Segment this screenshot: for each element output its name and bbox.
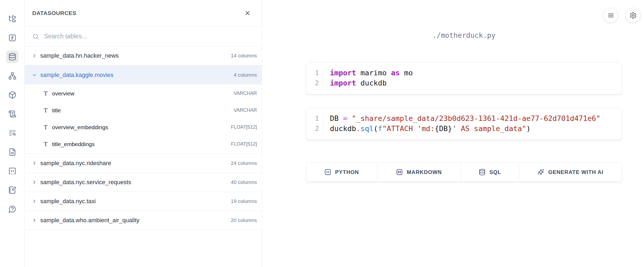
network-icon [8,72,16,80]
search-input[interactable] [44,33,254,40]
panel-title: DATASOURCES [32,10,77,16]
menu-icon [607,12,614,19]
table-row[interactable]: sample_data.who.ambient_air_quality 20 c… [25,211,262,230]
sidebar-item-datasources[interactable] [6,51,19,63]
table-name: sample_data.nyc.service_requests [40,179,231,186]
app: DATASOURCES sample_data.hn.hacker_news 1… [0,0,644,267]
notebook-pen-icon [8,186,16,194]
file-text-icon [8,148,16,156]
line-numbers: 12 [306,68,323,88]
code-square-icon [324,169,331,176]
datasources-panel: DATASOURCES sample_data.hn.hacker_news 1… [25,0,262,267]
table-columns-count: 24 columns [231,160,257,166]
notebook-area: ./motherduck.py 12 import marimo as moim… [262,0,644,267]
column-name: overview [52,90,234,97]
add-button-label: SQL [489,169,501,175]
sidebar-item-logs[interactable] [6,108,19,120]
table-name: sample_data.who.ambient_air_quality [40,217,231,224]
code-lines: DB = "_share/sample_data/23b0d623-1361-4… [323,113,615,134]
add-button-label: PYTHON [335,169,359,175]
column-name: overview_embeddings [52,124,231,131]
message-question-icon [8,205,16,213]
text-search-icon [8,129,16,137]
table-row-selected[interactable]: sample_data.kaggle.movies 4 columns [25,65,262,84]
column-type: VARCHAR [234,107,257,113]
square-dashed-code-icon [8,167,16,175]
column-row[interactable]: T title_embeddings FLOAT[512] [25,136,262,153]
sidebar-item-help[interactable] [6,203,19,215]
table-name: sample_data.hn.hacker_news [40,52,231,59]
notebook-filename: ./motherduck.py [306,30,622,41]
chevron-down-icon [32,72,37,78]
sidebar-item-snippets[interactable] [6,165,19,177]
table-columns-count: 4 columns [234,72,257,78]
database-icon [479,169,486,176]
chevron-right-icon [32,180,37,185]
line-numbers: 12 [306,113,323,134]
chevron-right-icon [32,218,37,223]
top-actions [603,8,641,23]
search-icon [32,33,39,40]
column-row[interactable]: T overview VARCHAR [25,85,262,102]
scroll-text-icon [8,110,16,118]
sidebar-item-variables[interactable] [6,32,19,44]
folder-tree-icon [8,15,16,23]
type-text-icon: T [42,90,49,97]
sidebar-item-scratchpad[interactable] [6,184,19,196]
sidebar-item-file-explorer[interactable] [6,13,19,25]
type-text-icon: T [42,124,49,131]
type-text-icon: T [42,141,49,147]
table-columns-count: 19 columns [231,198,257,204]
add-cell-toolbar: PYTHON MARKDOWN SQL GENERATE WITH AI [306,162,622,182]
chevron-right-icon [32,199,37,204]
sidebar-item-dependencies[interactable] [6,70,19,82]
tables-list: sample_data.hn.hacker_news 14 columns sa… [25,46,262,267]
type-text-icon: T [42,107,49,114]
chevron-right-icon [32,161,37,166]
settings-button[interactable] [625,8,641,23]
box-icon [8,91,16,99]
table-name: sample_data.nyc.taxi [40,198,231,205]
column-row[interactable]: T overview_embeddings FLOAT[512] [25,119,262,136]
notebook-menu-button[interactable] [603,8,618,23]
columns-block: T overview VARCHAR T title VARCHAR T ove… [25,84,262,154]
chevron-right-icon [32,53,37,58]
table-row[interactable]: sample_data.nyc.service_requests 40 colu… [25,173,262,192]
column-type: VARCHAR [234,91,257,96]
column-type: FLOAT[512] [231,124,257,130]
database-icon [8,53,16,61]
code-cell[interactable]: 12 DB = "_share/sample_data/23b0d623-136… [306,108,622,140]
column-row[interactable]: T title VARCHAR [25,102,262,119]
code-cell[interactable]: 12 import marimo as moimport duckdb [306,62,622,94]
code-lines: import marimo as moimport duckdb [323,68,615,88]
add-python-cell-button[interactable]: PYTHON [306,163,377,181]
markdown-icon [396,169,403,176]
table-name: sample_data.nyc.rideshare [40,160,231,167]
sidebar-item-documentation[interactable] [6,127,19,139]
sidebar-item-outline[interactable] [6,146,19,158]
generate-with-ai-button[interactable]: GENERATE WITH AI [519,163,622,181]
column-name: title_embeddings [52,141,231,147]
table-columns-count: 40 columns [231,179,257,185]
table-name: sample_data.kaggle.movies [40,72,234,79]
panel-header: DATASOURCES [25,0,262,27]
table-columns-count: 20 columns [231,217,257,223]
sparkles-icon [537,169,544,176]
table-row[interactable]: sample_data.hn.hacker_news 14 columns [25,46,262,65]
add-button-label: MARKDOWN [407,169,442,175]
column-name: title [52,107,234,114]
gear-icon [630,12,637,19]
table-row[interactable]: sample_data.nyc.taxi 19 columns [25,192,262,211]
activity-bar [0,0,25,267]
editor-column: ./motherduck.py 12 import marimo as moim… [306,0,622,182]
add-sql-cell-button[interactable]: SQL [461,163,519,181]
add-markdown-cell-button[interactable]: MARKDOWN [377,163,461,181]
add-button-label: GENERATE WITH AI [548,169,603,175]
table-columns-count: 14 columns [231,53,257,59]
close-icon [244,10,251,17]
table-row[interactable]: sample_data.nyc.rideshare 24 columns [25,154,262,173]
function-square-icon [8,34,16,42]
close-panel-button[interactable] [242,8,253,19]
sidebar-item-packages[interactable] [6,89,19,101]
column-type: FLOAT[512] [231,141,257,147]
